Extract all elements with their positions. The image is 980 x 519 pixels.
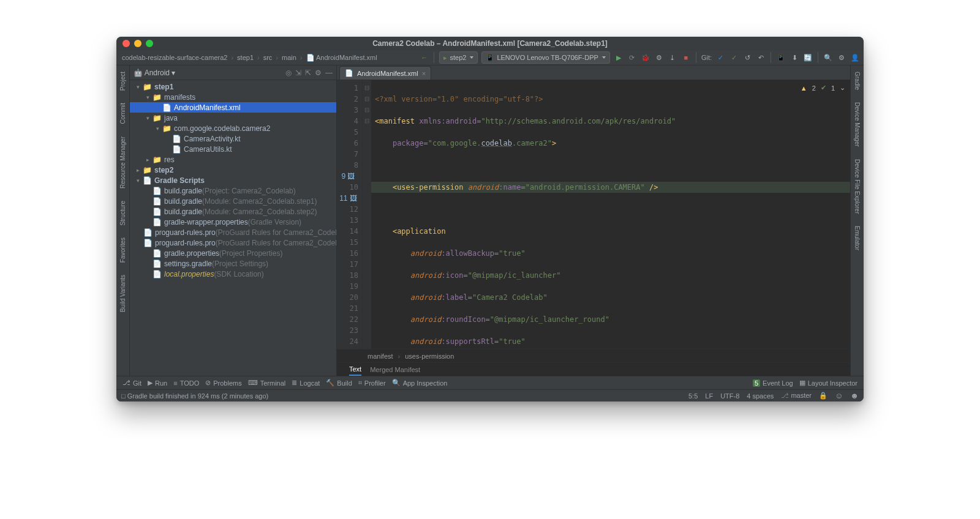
gear-icon[interactable]: ⚙ <box>315 69 322 77</box>
tool-git[interactable]: ⎇ Git <box>123 379 141 387</box>
tree-row[interactable]: ▾📄Gradle Scripts <box>130 175 336 185</box>
vcs-update-icon[interactable]: ✓ <box>715 53 725 62</box>
back-icon[interactable]: ← <box>419 53 429 62</box>
subtab-merged[interactable]: Merged Manifest <box>370 366 420 373</box>
tool-problems[interactable]: ⊘ Problems <box>205 379 241 387</box>
breadcrumb-item[interactable]: 📄 AndroidManifest.xml <box>304 53 379 62</box>
rail-favorites[interactable]: Favorites <box>118 235 127 265</box>
tree-row[interactable]: ▸📁step2 <box>130 165 336 175</box>
collapse-all-icon[interactable]: ⇱ <box>305 69 311 77</box>
tree-row[interactable]: 📄CameraActivity.kt <box>130 133 336 144</box>
ide-status-icon[interactable]: ☻ <box>850 391 859 400</box>
right-rail: Gradle Device Manager Device File Explor… <box>850 65 864 376</box>
tree-row[interactable]: 📄local.properties (SDK Location) <box>130 269 336 279</box>
stop-icon[interactable]: ■ <box>681 53 691 62</box>
rail-structure[interactable]: Structure <box>118 198 127 228</box>
target-icon[interactable]: ◎ <box>285 69 292 77</box>
code-text[interactable]: <?xml version="1.0" encoding="utf-8"?> <… <box>371 80 850 349</box>
breadcrumb-item[interactable]: step1 <box>235 53 255 62</box>
tree-row[interactable]: 📄CameraUtils.kt <box>130 144 336 154</box>
rail-commit[interactable]: Commit <box>118 100 127 126</box>
run-config-dropdown[interactable]: ▸step2 <box>439 51 478 64</box>
tree-row[interactable]: 📄gradle-wrapper.properties (Gradle Versi… <box>130 217 336 227</box>
breadcrumb-item[interactable]: codelab-resizable-surface-camera2 <box>120 53 229 62</box>
chevron-down-icon[interactable]: ⌄ <box>840 84 845 92</box>
analysis-bar[interactable]: ▲2 ✔1 ⌄ <box>801 84 845 92</box>
tree-row[interactable]: 📄build.gradle (Module: Camera2_Codelab.s… <box>130 206 336 217</box>
encoding[interactable]: UTF-8 <box>720 392 739 400</box>
editor-area: 📄 AndroidManifest.xml × ▲2 ✔1 ⌄ 12345678… <box>337 65 850 376</box>
chevron-right-icon: › <box>231 54 233 61</box>
tree-row[interactable]: 📄settings.gradle (Project Settings) <box>130 258 336 269</box>
editor-tabs: 📄 AndroidManifest.xml × <box>337 65 850 80</box>
vcs-history-icon[interactable]: ↺ <box>742 53 752 62</box>
rail-device-file-explorer[interactable]: Device File Explorer <box>853 157 862 216</box>
tree-row[interactable]: 📄proguard-rules.pro (ProGuard Rules for … <box>130 237 336 248</box>
editor-breadcrumb[interactable]: manifest › uses-permission <box>337 349 850 362</box>
subtab-text[interactable]: Text <box>349 363 361 376</box>
project-tree[interactable]: ▾📁step1▾📁manifests📄AndroidManifest.xml▾📁… <box>130 80 336 280</box>
rail-emulator[interactable]: Emulator <box>853 223 862 253</box>
debug-icon[interactable]: 🐞 <box>641 53 650 62</box>
rail-build-variants[interactable]: Build Variants <box>118 272 127 315</box>
tool-build[interactable]: 🔨 Build <box>326 379 352 387</box>
fold-gutter[interactable]: ⊟⊟⊟⊟ <box>363 80 371 349</box>
rail-gradle[interactable]: Gradle <box>853 69 862 92</box>
tool-event-log[interactable]: 5 Event Log <box>753 379 793 387</box>
tool-run[interactable]: ▶ Run <box>148 379 167 387</box>
memory-indicator-icon[interactable]: ☺ <box>835 391 843 400</box>
cursor-pos[interactable]: 5:5 <box>688 392 698 400</box>
tool-todo[interactable]: ≡ TODO <box>173 379 199 387</box>
indent[interactable]: 4 spaces <box>747 392 774 400</box>
chevron-right-icon: › <box>257 54 260 61</box>
hide-icon[interactable]: — <box>325 69 333 77</box>
tree-row[interactable]: 📄build.gradle (Module: Camera2_Codelab.s… <box>130 196 336 206</box>
device-dropdown[interactable]: 📱LENOVO Lenovo TB-Q706F-DPP <box>481 51 609 64</box>
line-sep[interactable]: LF <box>705 392 713 400</box>
tree-row[interactable]: 📄gradle.properties (Project Properties) <box>130 248 336 258</box>
sdk-icon[interactable]: ⬇ <box>790 53 799 62</box>
file-tab[interactable]: 📄 AndroidManifest.xml × <box>339 66 431 80</box>
tree-row[interactable]: ▾📁manifests <box>130 92 336 102</box>
close-tab-icon[interactable]: × <box>422 70 426 77</box>
git-branch[interactable]: master <box>781 392 812 400</box>
account-icon[interactable]: 👤 <box>850 53 860 62</box>
ok-count: 1 <box>831 84 835 92</box>
warning-count: 2 <box>812 84 816 92</box>
tree-row[interactable]: 📄proguard-rules.pro (ProGuard Rules for … <box>130 227 336 237</box>
vcs-revert-icon[interactable]: ↶ <box>756 53 766 62</box>
search-icon[interactable]: 🔍 <box>823 53 833 62</box>
tree-row[interactable]: ▾📁com.google.codelab.camera2 <box>130 123 336 133</box>
settings-icon[interactable]: ⚙ <box>837 53 846 62</box>
code-view[interactable]: ▲2 ✔1 ⌄ 123456789 🖼1011 🖼121314151617181… <box>337 80 850 349</box>
tree-row[interactable]: ▸📁res <box>130 154 336 165</box>
apply-changes-icon[interactable]: ⟳ <box>627 53 637 62</box>
sync-icon[interactable]: 🔄 <box>803 53 813 62</box>
tree-row[interactable]: 📄AndroidManifest.xml <box>130 102 336 113</box>
avd-icon[interactable]: 📱 <box>776 53 786 62</box>
tool-profiler[interactable]: ⌗ Profiler <box>358 379 386 387</box>
tree-row[interactable]: ▾📁java <box>130 113 336 123</box>
tool-logcat[interactable]: ≣ Logcat <box>292 379 320 387</box>
attach-icon[interactable]: ⤓ <box>668 53 677 62</box>
bottom-toolbar: ⎇ Git ▶ Run ≡ TODO ⊘ Problems ⌨ Terminal… <box>116 376 864 389</box>
tool-app-inspection[interactable]: 🔍 App Inspection <box>392 379 448 387</box>
rail-resource-manager[interactable]: Resource Manager <box>118 134 127 191</box>
tree-row[interactable]: 📄build.gradle (Project: Camera2_Codelab) <box>130 185 336 196</box>
rail-device-manager[interactable]: Device Manager <box>853 100 862 149</box>
breadcrumb-item[interactable]: src <box>262 53 274 62</box>
run-icon[interactable]: ▶ <box>614 53 624 62</box>
tree-row[interactable]: ▾📁step1 <box>130 81 336 92</box>
breadcrumb-item[interactable]: main <box>280 53 298 62</box>
rail-project[interactable]: Project <box>118 69 127 93</box>
vcs-commit-icon[interactable]: ✓ <box>729 53 739 62</box>
ide-window: Camera2 Codelab – AndroidManifest.xml [C… <box>116 37 864 401</box>
tool-layout-inspector[interactable]: ▦ Layout Inspector <box>799 379 858 387</box>
profile-icon[interactable]: ⚙ <box>654 53 664 62</box>
tool-terminal[interactable]: ⌨ Terminal <box>248 379 286 387</box>
lock-icon[interactable]: 🔒 <box>819 392 827 400</box>
android-view-dropdown[interactable]: 🤖 Android ▾ <box>134 69 175 77</box>
git-label: Git: <box>701 54 712 61</box>
expand-all-icon[interactable]: ⇲ <box>295 69 301 77</box>
left-rail: Project Commit Resource Manager Structur… <box>116 65 130 376</box>
